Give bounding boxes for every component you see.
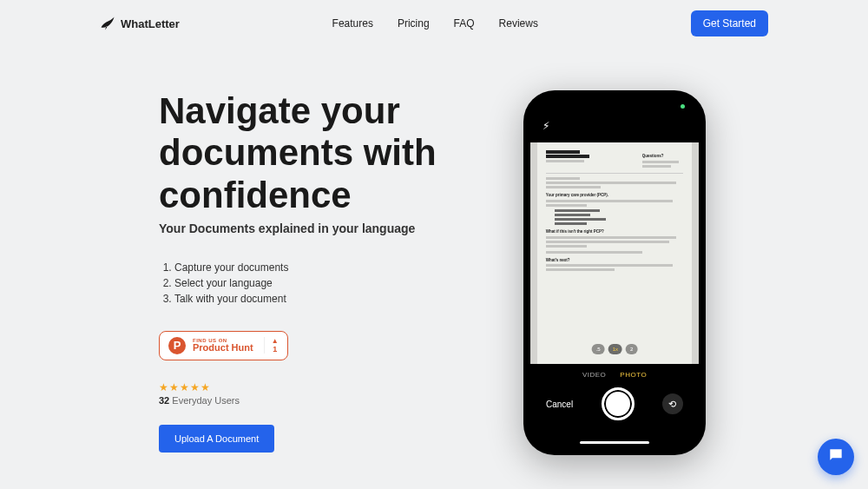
get-started-button[interactable]: Get Started xyxy=(691,10,768,36)
home-indicator xyxy=(580,441,649,444)
phone-notch xyxy=(588,106,641,122)
zoom-tele: 2 xyxy=(626,344,637,354)
steps-list: Capture your documents Select your langu… xyxy=(159,260,471,307)
brand-logo[interactable]: WhatLetter xyxy=(100,16,180,31)
ph-upvotes: 1 xyxy=(273,345,277,354)
camera-tab-photo: PHOTO xyxy=(620,371,647,379)
hero-subtitle: Your Documents explained in your languag… xyxy=(159,221,471,235)
camera-cancel: Cancel xyxy=(546,400,573,409)
rating-count: 32 xyxy=(159,395,169,406)
zoom-main: 1x xyxy=(608,344,622,354)
nav-faq[interactable]: FAQ xyxy=(454,17,475,30)
step-3: Talk with your document xyxy=(174,291,471,307)
nav-pricing[interactable]: Pricing xyxy=(398,17,430,30)
nav-features[interactable]: Features xyxy=(332,17,373,30)
chat-icon xyxy=(827,446,845,467)
step-1: Capture your documents xyxy=(174,260,471,275)
camera-tab-video: VIDEO xyxy=(582,371,606,379)
document-preview: Questions? Your primary care provider (P… xyxy=(537,142,692,364)
camera-viewport: Questions? Your primary care provider (P… xyxy=(530,142,699,364)
rating-block: ★★★★★ 32 Everyday Users xyxy=(159,381,471,406)
flash-icon: ⚡︎ xyxy=(542,120,549,132)
rating-label: Everyday Users xyxy=(172,395,240,406)
star-icons: ★★★★★ xyxy=(159,381,471,393)
shutter-button xyxy=(602,387,635,420)
step-2: Select your language xyxy=(174,275,471,291)
phone-mockup: ⚡︎ Questions? xyxy=(523,90,706,455)
nav-reviews[interactable]: Reviews xyxy=(499,17,538,30)
upload-document-button[interactable]: Upload A Document xyxy=(159,425,274,453)
brand-name: WhatLetter xyxy=(121,17,180,30)
producthunt-badge[interactable]: P FIND US ON Product Hunt ▲ 1 xyxy=(159,331,288,360)
bird-icon xyxy=(100,16,115,31)
producthunt-icon: P xyxy=(168,337,186,354)
ph-name: Product Hunt xyxy=(193,343,253,353)
chat-widget-button[interactable] xyxy=(818,439,854,475)
status-dot xyxy=(681,104,685,109)
top-nav: Features Pricing FAQ Reviews xyxy=(332,17,538,30)
upvote-icon: ▲ xyxy=(272,337,279,345)
camera-swap-icon: ⟲ xyxy=(662,393,683,414)
zoom-wide: .5 xyxy=(592,344,605,354)
hero-title: Navigate your documents with confidence xyxy=(159,90,471,216)
